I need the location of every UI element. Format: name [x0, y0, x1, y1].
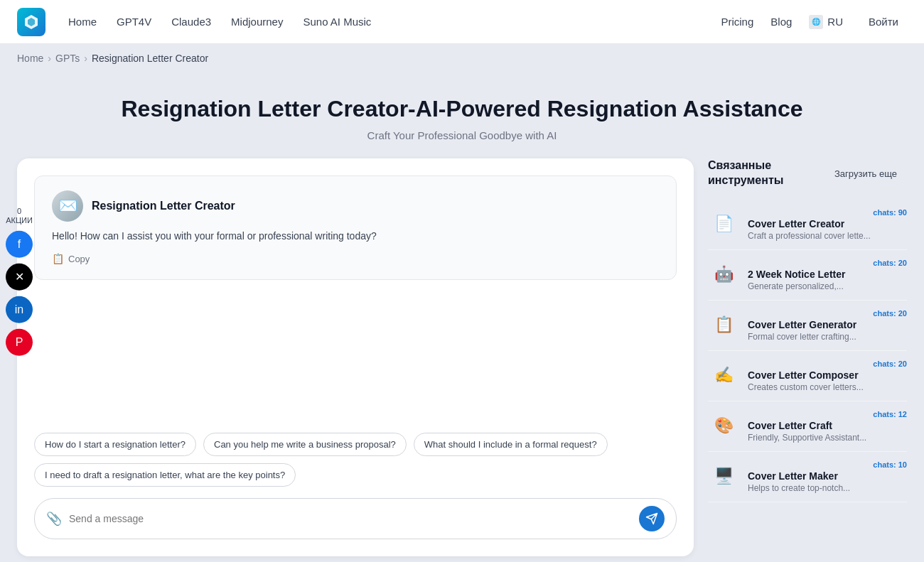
page-subtitle: Craft Your Professional Goodbye with AI: [17, 129, 907, 141]
tool-avatar-5: 🖥️: [708, 460, 739, 492]
tool-avatar-4: 🎨: [708, 410, 739, 441]
tool-avatar-1: 🤖: [708, 259, 739, 290]
tool-chats-5: chats: 10: [748, 460, 907, 469]
tool-name-5: Cover Letter Maker: [748, 470, 907, 482]
related-tool-0[interactable]: 📄 chats: 90 Cover Letter Creator Craft a…: [708, 200, 907, 250]
tool-chats-4: chats: 12: [748, 410, 907, 418]
suggestion-chip-2[interactable]: What should I include in a formal reques…: [414, 433, 608, 456]
main-layout: ✉️ Resignation Letter Creator Hello! How…: [0, 158, 924, 562]
page-title: Resignation Letter Creator-AI-Powered Re…: [17, 95, 907, 122]
linkedin-share-button[interactable]: in: [6, 296, 33, 323]
tool-name-2: Cover Letter Generator: [748, 319, 907, 330]
tool-chats-1: chats: 20: [748, 259, 907, 267]
tool-desc-3: Creates custom cover letters...: [748, 382, 907, 392]
tool-chats-2: chats: 20: [748, 309, 907, 318]
lang-label: RU: [827, 16, 843, 28]
related-tool-2[interactable]: 📋 chats: 20 Cover Letter Generator Forma…: [708, 301, 907, 351]
breadcrumb-home[interactable]: Home: [17, 53, 43, 64]
tool-info-0: chats: 90 Cover Letter Creator Craft a p…: [748, 208, 907, 241]
tool-desc-2: Formal cover letter crafting...: [748, 332, 907, 342]
lang-switcher[interactable]: 🌐 RU: [809, 15, 843, 29]
bot-name: Resignation Letter Creator: [92, 200, 235, 212]
twitter-share-button[interactable]: ✕: [6, 264, 33, 291]
logo[interactable]: [17, 8, 45, 36]
tool-desc-1: Generate personalized,...: [748, 281, 907, 291]
tool-name-4: Cover Letter Craft: [748, 420, 907, 431]
breadcrumb: Home › GPTs › Resignation Letter Creator: [0, 44, 924, 72]
tool-desc-5: Helps to create top-notch...: [748, 483, 907, 493]
tool-chats-3: chats: 20: [748, 360, 907, 368]
bot-header: ✉️ Resignation Letter Creator: [52, 190, 659, 222]
chat-input-row: 📎: [34, 498, 677, 539]
social-sidebar: 0 АКЦИИ f ✕ in P: [0, 200, 38, 361]
breadcrumb-sep-2: ›: [84, 53, 87, 64]
chat-input[interactable]: [69, 513, 632, 524]
navbar-right: Pricing Blog 🌐 RU Войти: [721, 11, 907, 32]
tool-info-1: chats: 20 2 Week Notice Letter Generate …: [748, 259, 907, 291]
nav-pricing[interactable]: Pricing: [721, 16, 753, 28]
chat-spacer: [34, 291, 677, 433]
tool-chats-0: chats: 90: [748, 208, 907, 217]
tools-list: 📄 chats: 90 Cover Letter Creator Craft a…: [708, 200, 907, 502]
bot-message: ✉️ Resignation Letter Creator Hello! How…: [34, 175, 677, 280]
nav-links: Home GPT4V Claude3 Midjourney Suno AI Mu…: [68, 16, 371, 28]
tool-avatar-2: 📋: [708, 309, 739, 340]
nav-midjourney[interactable]: Midjourney: [231, 16, 283, 28]
tool-avatar-3: ✍️: [708, 360, 739, 391]
related-tool-3[interactable]: ✍️ chats: 20 Cover Letter Composer Creat…: [708, 351, 907, 401]
send-button[interactable]: [639, 506, 665, 531]
breadcrumb-sep-1: ›: [48, 53, 51, 64]
social-count: 0 АКЦИИ: [6, 206, 33, 225]
tool-info-4: chats: 12 Cover Letter Craft Friendly, S…: [748, 410, 907, 443]
sidebar-header: Связанные инструменты Загрузить еще: [708, 158, 907, 188]
nav-blog[interactable]: Blog: [770, 16, 792, 28]
pinterest-share-button[interactable]: P: [6, 329, 33, 356]
breadcrumb-current: Resignation Letter Creator: [92, 53, 208, 64]
lang-icon: 🌐: [809, 15, 823, 29]
nav-home[interactable]: Home: [68, 16, 97, 28]
facebook-share-button[interactable]: f: [6, 231, 33, 258]
suggestion-chip-0[interactable]: How do I start a resignation letter?: [34, 433, 196, 456]
related-tool-1[interactable]: 🤖 chats: 20 2 Week Notice Letter Generat…: [708, 250, 907, 301]
clipboard-icon: 📋: [52, 253, 64, 264]
nav-claude3[interactable]: Claude3: [171, 16, 211, 28]
load-more-button[interactable]: Загрузить еще: [824, 163, 907, 185]
suggestion-chip-1[interactable]: Can you help me write a business proposa…: [203, 433, 407, 456]
copy-label: Copy: [68, 254, 90, 264]
sidebar-panel: Связанные инструменты Загрузить еще 📄 ch…: [708, 158, 907, 556]
chat-panel: ✉️ Resignation Letter Creator Hello! How…: [17, 158, 694, 556]
related-tool-5[interactable]: 🖥️ chats: 10 Cover Letter Maker Helps to…: [708, 452, 907, 502]
suggestions: How do I start a resignation letter? Can…: [34, 433, 677, 487]
bot-greeting: Hello! How can I assist you with your fo…: [52, 229, 659, 244]
attach-icon[interactable]: 📎: [46, 511, 62, 526]
tool-info-3: chats: 20 Cover Letter Composer Creates …: [748, 360, 907, 392]
bot-avatar: ✉️: [52, 190, 83, 222]
tool-name-3: Cover Letter Composer: [748, 369, 907, 381]
copy-button[interactable]: 📋 Copy: [52, 253, 90, 264]
login-button[interactable]: Войти: [860, 11, 907, 32]
nav-gpt4v[interactable]: GPT4V: [117, 16, 151, 28]
suggestion-chip-3[interactable]: I need to draft a resignation letter, wh…: [34, 463, 296, 487]
navbar: Home GPT4V Claude3 Midjourney Suno AI Mu…: [0, 0, 924, 44]
sidebar-title: Связанные инструменты: [708, 158, 824, 188]
breadcrumb-gpts[interactable]: GPTs: [55, 53, 80, 64]
tool-desc-4: Friendly, Supportive Assistant...: [748, 433, 907, 443]
tool-avatar-0: 📄: [708, 208, 739, 239]
tool-name-1: 2 Week Notice Letter: [748, 269, 907, 280]
nav-suno[interactable]: Suno AI Music: [303, 16, 371, 28]
tool-info-5: chats: 10 Cover Letter Maker Helps to cr…: [748, 460, 907, 493]
tool-desc-0: Craft a professional cover lette...: [748, 231, 907, 241]
hero-section: Resignation Letter Creator-AI-Powered Re…: [0, 72, 924, 158]
related-tool-4[interactable]: 🎨 chats: 12 Cover Letter Craft Friendly,…: [708, 401, 907, 452]
tool-name-0: Cover Letter Creator: [748, 218, 907, 229]
tool-info-2: chats: 20 Cover Letter Generator Formal …: [748, 309, 907, 342]
